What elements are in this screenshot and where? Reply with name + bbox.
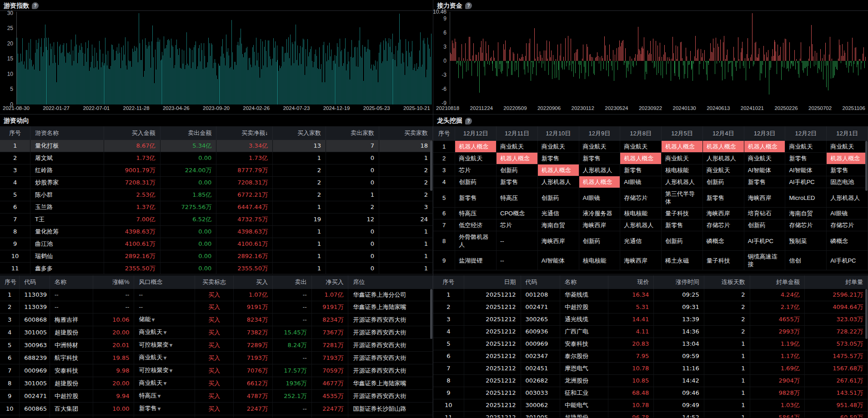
- column-header[interactable]: 卖出: [272, 275, 311, 289]
- highlighted-concept-cell[interactable]: 机器人概念: [702, 141, 744, 153]
- column-header[interactable]: 买卖家数: [379, 126, 432, 140]
- table-row[interactable]: 8量化抢筹4398.63万0.004398.63万101: [0, 226, 433, 238]
- table-row[interactable]: 7低空经济芯片海南自贸海峡西岸人形机器人新零售存储芯片创新药存储芯片存储芯片: [433, 219, 868, 231]
- column-header[interactable]: 现价: [608, 275, 654, 289]
- table-row[interactable]: 9曲江池4100.61万0.004100.61万101: [0, 238, 433, 250]
- table-row[interactable]: 220251212002471中超控股5.3109:3122.17亿4094.6…: [433, 301, 868, 314]
- table-row[interactable]: 5300963中洲特材20.01可控核聚变▼买入7289万8.24万7281万开…: [0, 339, 433, 352]
- column-header[interactable]: 代码: [20, 275, 50, 289]
- column-header[interactable]: 12月9日: [579, 126, 620, 141]
- column-header[interactable]: 序号: [433, 126, 455, 141]
- column-header[interactable]: 序号: [433, 275, 464, 289]
- column-header[interactable]: 12月3日: [744, 126, 785, 141]
- column-header[interactable]: 净买入: [311, 275, 348, 289]
- column-header[interactable]: 游资名称: [30, 126, 104, 140]
- column-header[interactable]: 12月1日: [827, 126, 868, 141]
- table-row[interactable]: 10瑞鹤仙2892.16万0.002892.16万101: [0, 250, 433, 263]
- concept-dropdown[interactable]: 可控核聚变▼: [134, 339, 195, 352]
- highlighted-concept-cell[interactable]: 机器人概念: [744, 141, 785, 153]
- column-header[interactable]: 封单金额: [750, 275, 804, 289]
- table-row[interactable]: 5陈小群2.53亿1.85亿6772.21万212: [0, 189, 433, 201]
- table-row[interactable]: 6特高压CPO概念光通信液冷服务器核电核能量子科技海峡西岸培育钻石海南自贸AI眼…: [433, 208, 868, 219]
- concept-dropdown[interactable]: 新零售▼: [134, 403, 195, 415]
- column-header[interactable]: 买入金额: [104, 126, 160, 140]
- column-header[interactable]: 席位: [348, 275, 433, 289]
- column-header[interactable]: 风口概念: [134, 275, 195, 289]
- table-row[interactable]: 1120251212301005超捷股份96.7814:5215864万60.5…: [433, 412, 868, 418]
- help-icon[interactable]: ?: [465, 2, 472, 9]
- table-row[interactable]: 420251212600936广西广电4.1114:3622993万728.22…: [433, 326, 868, 338]
- concept-dropdown[interactable]: 商业航天▼: [134, 415, 195, 418]
- column-header[interactable]: 卖出家数: [326, 126, 379, 140]
- table-row[interactable]: 720251212002451摩恩电气10.7811:1611.69亿1567.…: [433, 363, 868, 375]
- concept-dropdown[interactable]: 可控核聚变▼: [134, 364, 195, 377]
- scrollbar[interactable]: [430, 289, 432, 339]
- table-row[interactable]: 7T王7.00亿6.52亿4732.75万191224: [0, 214, 433, 226]
- table-row[interactable]: 11001208华菱线缆10.03商业航天▼买入2036万1.63万2034万华…: [0, 415, 433, 418]
- column-header[interactable]: 12月12日: [455, 126, 497, 141]
- highlighted-concept-cell[interactable]: 机器人概念: [579, 176, 620, 188]
- table-row[interactable]: 320251212300265通光线缆14.4113:3924655万323.0…: [433, 314, 868, 326]
- highlighted-concept-cell[interactable]: 机器人概念: [662, 141, 703, 153]
- scrollbar[interactable]: [865, 141, 868, 191]
- scrollbar[interactable]: [865, 289, 868, 339]
- highlighted-concept-cell[interactable]: 机器人概念: [537, 164, 579, 176]
- column-header[interactable]: 买卖标志: [195, 275, 234, 289]
- concept-dropdown[interactable]: 商业航天▼: [134, 352, 195, 364]
- table-row[interactable]: 120251212001208华菱线缆16.3409:2524.24亿2596.…: [433, 289, 868, 301]
- column-header[interactable]: 涨幅%: [93, 275, 134, 289]
- table-row[interactable]: 8外骨骼机器人--海峡西岸创新药光通信创新药磷概念AI手机PC预制菜磷概念: [433, 231, 868, 251]
- table-row[interactable]: 11鑫多多2355.50万0.002355.50万101: [0, 263, 433, 275]
- highlighted-concept-cell[interactable]: 机器人概念: [620, 153, 662, 164]
- table-row[interactable]: 5新零售特高压创新药AI眼镜存储芯片第三代半导体新零售海峡西岸MicroLED人…: [433, 188, 868, 208]
- column-header[interactable]: 连板天数: [704, 275, 750, 289]
- concept-dropdown[interactable]: 特高压▼: [134, 390, 195, 403]
- column-header[interactable]: 序号: [0, 275, 20, 289]
- column-header[interactable]: 12月5日: [662, 126, 703, 141]
- table-row[interactable]: 6688239航宇科技19.85商业航天▼买入7193万--7193万开源证券西…: [0, 352, 433, 364]
- table-row[interactable]: 8301005超捷股份20.00商业航天▼买入6612万1936万4677万华鑫…: [0, 377, 433, 390]
- table-row[interactable]: 2113039------买入9191万--9191万华鑫证券上海陆家嘴: [0, 301, 433, 314]
- concept-dropdown[interactable]: 商业航天▼: [134, 326, 195, 339]
- table-row[interactable]: 620251212002347泰尔股份7.9509:5911.17亿1475.5…: [433, 350, 868, 363]
- relay-funds-chart[interactable]: [450, 12, 866, 104]
- table-row[interactable]: 920251212003033征和工业68.4809:4619828万143.5…: [433, 387, 868, 399]
- table-row[interactable]: 4301005超捷股份20.00商业航天▼买入7382万15.45万7367万开…: [0, 326, 433, 339]
- table-row[interactable]: 6玉兰路1.37亿7275.56万6447.44万123: [0, 201, 433, 214]
- help-icon[interactable]: ?: [465, 118, 472, 124]
- column-header[interactable]: 买入家数: [272, 126, 326, 140]
- highlighted-concept-cell[interactable]: 机器人概念: [455, 141, 497, 153]
- concept-dropdown[interactable]: 储能▼: [134, 314, 195, 326]
- scrollbar[interactable]: [430, 141, 432, 191]
- column-header[interactable]: 涨停时间: [654, 275, 704, 289]
- table-row[interactable]: 1020251212300062中能电气10.7809:4911.03亿951.…: [433, 399, 868, 412]
- table-row[interactable]: 1量化打板8.67亿5.34亿3.34亿13718: [0, 140, 433, 152]
- table-row[interactable]: 2商业航天机器人概念新零售新零售机器人概念商业航天人形机器人商业航天新零售机器人…: [433, 153, 868, 164]
- column-header[interactable]: 12月4日: [702, 126, 744, 141]
- table-row[interactable]: 4创新药新零售人形机器人机器人概念AI眼镜人形机器人创新药新零售AI手机PC固态…: [433, 176, 868, 188]
- table-row[interactable]: 2屠文斌1.73亿0.001.73亿101: [0, 152, 433, 164]
- table-row[interactable]: 9盐湖提锂--AI智能体核电核能海峡西岸稀土永磁量子科技铜缆高速连接信创AI手机…: [433, 251, 868, 270]
- column-header[interactable]: 12月10日: [537, 126, 579, 141]
- column-header[interactable]: 日期: [464, 275, 521, 289]
- column-header[interactable]: 代码: [521, 275, 560, 289]
- column-header[interactable]: 买入: [234, 275, 273, 289]
- table-row[interactable]: 4炒股养家7208.31万0.007208.31万202: [0, 177, 433, 189]
- table-row[interactable]: 1机器人概念商业航天商业航天商业航天商业航天机器人概念机器人概念机器人概念商业航…: [433, 141, 868, 153]
- table-row[interactable]: 10600865百大集团10.00新零售▼买入2247万--2247万国新证券长…: [0, 403, 433, 415]
- table-row[interactable]: 1113039------买入1.07亿--1.07亿华鑫证券上海分公司: [0, 289, 433, 301]
- table-row[interactable]: 820251212002682龙洲股份10.8514:4212904万267.6…: [433, 375, 868, 387]
- hot-money-index-chart[interactable]: [16, 12, 431, 104]
- column-header[interactable]: 12月8日: [620, 126, 662, 141]
- column-header[interactable]: 封单量: [804, 275, 868, 289]
- column-header[interactable]: 名称: [50, 275, 93, 289]
- table-row[interactable]: 3芯片创新药机器人概念人形机器人新零售核电核能商业航天AI智能体AI智能体新零售: [433, 164, 868, 176]
- column-header[interactable]: 名称: [560, 275, 608, 289]
- concept-dropdown[interactable]: 商业航天▼: [134, 377, 195, 390]
- column-header[interactable]: 卖出金额: [160, 126, 216, 140]
- column-header[interactable]: 12月11日: [497, 126, 538, 141]
- highlighted-concept-cell[interactable]: 机器人概念: [827, 153, 868, 164]
- table-row[interactable]: 7000969安泰科技9.98可控核聚变▼买入7076万17.57万7059万开…: [0, 364, 433, 377]
- help-icon[interactable]: ?: [32, 2, 39, 9]
- column-header[interactable]: 12月2日: [785, 126, 827, 141]
